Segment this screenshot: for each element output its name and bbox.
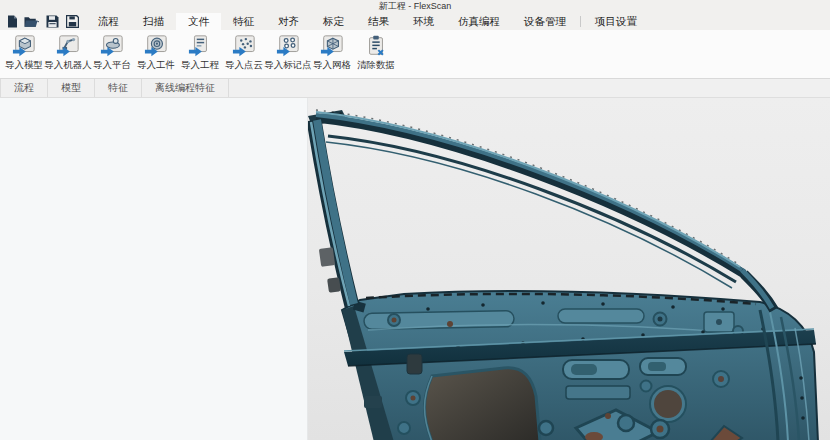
left-panel <box>0 98 308 440</box>
import-platform-icon <box>100 34 124 58</box>
tab-project-settings[interactable]: 项目设置 <box>583 13 649 30</box>
tab-simulation-programming[interactable]: 仿真编程 <box>446 13 512 30</box>
3d-viewport[interactable] <box>308 98 830 440</box>
import-project-icon <box>188 34 212 58</box>
new-file-icon <box>6 15 18 28</box>
import-model-icon <box>12 34 36 58</box>
ribbon-button-clear-data[interactable]: 清除数据 <box>354 33 398 73</box>
ribbon-button-label: 导入点云 <box>225 59 263 72</box>
save-as-button[interactable] <box>64 14 80 29</box>
ribbon-button-label: 清除数据 <box>357 59 395 72</box>
menu-bar: 流程 扫描 文件 特征 对齐 标定 结果 环境 仿真编程 设备管理 项目设置 <box>0 13 830 30</box>
import-markers-icon <box>276 34 300 58</box>
import-mesh-icon <box>320 34 344 58</box>
main-tabs: 流程 扫描 文件 特征 对齐 标定 结果 环境 仿真编程 设备管理 项目设置 <box>86 13 649 30</box>
window-title: 新工程 - FlexScan <box>379 0 452 13</box>
ribbon-button-import-workpiece[interactable]: 导入工件 <box>134 33 178 73</box>
subtab-offline-programming-feature[interactable]: 离线编程特征 <box>142 79 229 97</box>
tab-process[interactable]: 流程 <box>86 13 131 30</box>
tab-result[interactable]: 结果 <box>356 13 401 30</box>
tab-feature[interactable]: 特征 <box>221 13 266 30</box>
ribbon-button-label: 导入工程 <box>181 59 219 72</box>
title-bar: 新工程 - FlexScan <box>0 0 830 13</box>
ribbon-button-import-markers[interactable]: 导入标记点 <box>266 33 310 73</box>
tab-calibration[interactable]: 标定 <box>311 13 356 30</box>
save-as-icon <box>66 15 79 28</box>
tab-align[interactable]: 对齐 <box>266 13 311 30</box>
import-workpiece-icon <box>144 34 168 58</box>
ribbon-toolbar: 导入模型 导入机器人 导入平台 <box>0 30 830 79</box>
ribbon-button-label: 导入机器人 <box>44 59 92 72</box>
subtab-model[interactable]: 模型 <box>48 79 95 97</box>
tab-device-management[interactable]: 设备管理 <box>512 13 578 30</box>
ribbon-button-import-mesh[interactable]: 导入网格 <box>310 33 354 73</box>
ribbon-button-import-pointcloud[interactable]: 导入点云 <box>222 33 266 73</box>
subtab-process[interactable]: 流程 <box>0 79 48 97</box>
save-icon <box>46 15 59 28</box>
menu-divider <box>580 16 581 27</box>
ribbon-button-import-model[interactable]: 导入模型 <box>2 33 46 73</box>
ribbon-button-import-platform[interactable]: 导入平台 <box>90 33 134 73</box>
ribbon-button-label: 导入工件 <box>137 59 175 72</box>
tab-file[interactable]: 文件 <box>176 13 221 30</box>
ribbon-button-import-project[interactable]: 导入工程 <box>178 33 222 73</box>
ribbon-button-label: 导入平台 <box>93 59 131 72</box>
ribbon-button-import-robot[interactable]: 导入机器人 <box>46 33 90 73</box>
import-pointcloud-icon <box>232 34 256 58</box>
ribbon-button-label: 导入标记点 <box>264 59 312 72</box>
tab-environment[interactable]: 环境 <box>401 13 446 30</box>
quick-access-toolbar <box>0 13 86 30</box>
document-tabs: 流程 模型 特征 离线编程特征 <box>0 79 830 98</box>
open-file-icon <box>24 15 40 28</box>
car-door-mesh <box>308 98 830 440</box>
open-file-button[interactable] <box>24 14 40 29</box>
flexscan-window: 新工程 - FlexScan <box>0 0 830 440</box>
ribbon-button-label: 导入网格 <box>313 59 351 72</box>
subtab-feature[interactable]: 特征 <box>95 79 142 97</box>
new-file-button[interactable] <box>4 14 20 29</box>
main-content <box>0 98 830 440</box>
save-button[interactable] <box>44 14 60 29</box>
ribbon-button-label: 导入模型 <box>5 59 43 72</box>
import-robot-icon <box>56 34 80 58</box>
clear-data-icon <box>364 34 388 58</box>
tab-scan[interactable]: 扫描 <box>131 13 176 30</box>
